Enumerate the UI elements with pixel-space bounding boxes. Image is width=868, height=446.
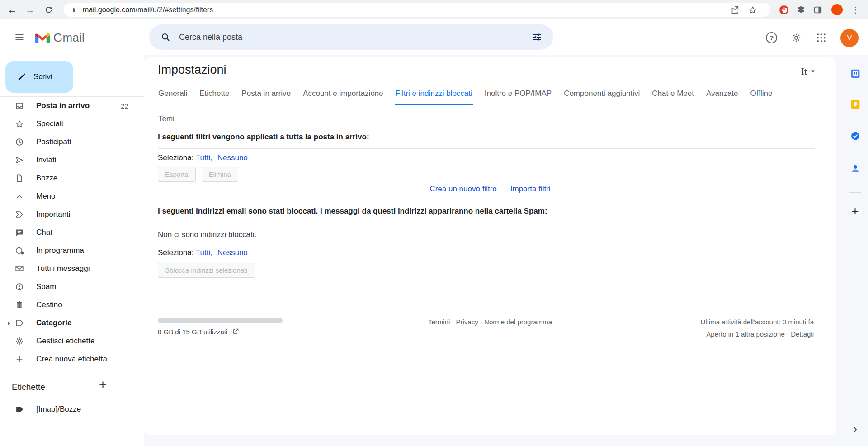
tab-temi[interactable]: Temi <box>158 112 175 129</box>
sidebar-item-speciali[interactable]: Speciali <box>0 115 144 133</box>
tab-avanzate[interactable]: Avanzate <box>706 86 739 105</box>
share-icon[interactable] <box>730 5 740 15</box>
trash-icon <box>14 300 24 310</box>
search-bar <box>149 24 553 50</box>
create-filter-link[interactable]: Crea un nuovo filtro <box>429 185 496 194</box>
sidebar-item-bozze[interactable]: Bozze <box>0 169 144 187</box>
help-icon[interactable]: ? <box>766 32 777 43</box>
compose-label: Scrivi <box>33 72 52 81</box>
export-filters-button[interactable]: Esporta <box>158 167 196 182</box>
star-icon <box>14 119 24 129</box>
sidebar-item-inviati[interactable]: Inviati <box>0 151 144 169</box>
plus-icon <box>14 354 24 364</box>
tab-generali[interactable]: Generali <box>158 86 188 105</box>
all-mail-envelope-icon <box>14 264 24 274</box>
input-tools-icon: It <box>801 66 807 77</box>
tab-posta-in-arrivo[interactable]: Posta in arrivo <box>241 86 291 105</box>
sidebar-item-meno[interactable]: Meno <box>0 187 144 205</box>
sidebar-item-chat[interactable]: Chat <box>0 223 144 242</box>
draft-file-icon <box>14 173 24 183</box>
sidebar-label-imap-bozze[interactable]: [Imap]/Bozze <box>0 400 144 418</box>
sidebar-item-categorie[interactable]: Categorie <box>0 314 144 332</box>
adblock-extension-icon[interactable] <box>778 5 789 15</box>
extensions-puzzle-icon[interactable] <box>796 5 806 15</box>
tab-account-e-importazione[interactable]: Account e importazione <box>302 86 384 105</box>
browser-menu-button[interactable]: ⋮ <box>851 0 859 19</box>
tab-componenti-aggiuntivi[interactable]: Componenti aggiuntivi <box>563 86 640 105</box>
tab-inoltro-e-pop-imap[interactable]: Inoltro e POP/IMAP <box>484 86 552 105</box>
sidebar-item-posta-in-arrivo[interactable]: Posta in arrivo 22 <box>0 97 144 115</box>
no-blocked-addresses-text: Non ci sono indirizzi bloccati. <box>158 230 256 239</box>
gmail-logo-icon[interactable] <box>35 32 50 43</box>
sidebar-item-crea-nuova-etichetta[interactable]: Crea nuova etichetta <box>0 350 144 368</box>
main-content-area: Impostazioni It Generali Etichette Posta… <box>144 55 842 446</box>
spam-alert-icon <box>14 282 24 292</box>
expand-side-panel-chevron[interactable]: › <box>842 422 868 436</box>
settings-gear-icon[interactable] <box>791 32 802 43</box>
clock-icon <box>14 137 24 147</box>
calendar-app-button[interactable]: 31 <box>849 68 861 79</box>
sidebar-item-posticipati[interactable]: Posticipati <box>0 133 144 151</box>
tab-offline[interactable]: Offline <box>750 86 773 105</box>
select-none-blocked-link[interactable]: Nessuno <box>217 248 248 257</box>
keep-app-button[interactable] <box>849 99 861 110</box>
labels-section-title: Etichette <box>12 382 45 392</box>
google-side-panel: 31 + › <box>842 55 868 446</box>
create-label-button[interactable]: + <box>99 378 107 393</box>
open-locations-text[interactable]: Aperto in 1 altra posizione · Dettagli <box>701 328 814 340</box>
label-filled-icon <box>14 404 24 414</box>
browser-chrome: ← → mail.google.com/mail/u/2/#settings/f… <box>0 0 868 19</box>
chevron-up-icon <box>14 191 24 201</box>
get-add-ons-button[interactable]: + <box>842 204 868 218</box>
select-all-filters-link[interactable]: Tutti <box>196 153 210 162</box>
sidebar-item-gestisci-etichette[interactable]: Gestisci etichette <box>0 332 144 350</box>
browser-profile-avatar[interactable] <box>831 4 843 15</box>
tab-chat-e-meet[interactable]: Chat e Meet <box>651 86 694 105</box>
unread-count: 22 <box>121 102 128 110</box>
tab-filtri-e-indirizzi-bloccati[interactable]: Filtri e indirizzi bloccati <box>395 86 473 105</box>
open-in-new-icon[interactable] <box>231 327 240 336</box>
sidebar-nav: Posta in arrivo 22 Speciali Posticipati … <box>0 96 144 368</box>
browser-forward-button[interactable]: → <box>23 0 38 19</box>
manage-labels-gear-icon <box>14 336 24 346</box>
google-apps-grid-icon[interactable] <box>816 32 827 43</box>
import-filters-link[interactable]: Importa filtri <box>510 185 551 194</box>
delete-filters-button[interactable]: Elimina <box>202 167 238 182</box>
last-activity-text: Ultima attività dell'account: 0 minuti f… <box>701 316 814 328</box>
unblock-selected-button[interactable]: Sblocca indirizzi selezionati <box>158 263 255 278</box>
inbox-icon <box>14 101 24 111</box>
bookmark-star-icon[interactable] <box>748 5 758 15</box>
send-icon <box>14 155 24 165</box>
tasks-app-button[interactable] <box>849 130 861 142</box>
url-text: mail.google.com/mail/u/2/#settings/filte… <box>83 6 213 14</box>
keep-icon <box>849 99 861 110</box>
browser-reload-button[interactable] <box>41 0 56 19</box>
contacts-app-button[interactable] <box>849 163 861 174</box>
pencil-icon <box>16 72 27 82</box>
account-avatar[interactable]: V <box>840 29 859 47</box>
browser-back-button[interactable]: ← <box>5 0 20 19</box>
search-options-tune-icon[interactable] <box>532 32 542 43</box>
filters-section-heading: I seguenti filtri vengono applicati a tu… <box>158 133 815 149</box>
sidebar-item-spam[interactable]: Spam <box>0 278 144 296</box>
sidebar-item-tutti-i-messaggi[interactable]: Tutti i messaggi <box>0 260 144 278</box>
url-bar[interactable]: mail.google.com/mail/u/2/#settings/filte… <box>64 3 770 17</box>
select-all-blocked-link[interactable]: Tutti <box>196 248 210 257</box>
select-none-filters-link[interactable]: Nessuno <box>217 153 248 162</box>
sidebar-item-cestino[interactable]: Cestino <box>0 296 144 314</box>
tab-etichette[interactable]: Etichette <box>199 86 230 105</box>
sidebar: Scrivi Posta in arrivo 22 Speciali Posti… <box>0 55 144 446</box>
sidebar-item-in-programma[interactable]: In programma <box>0 242 144 260</box>
expand-triangle-icon[interactable] <box>7 321 12 326</box>
sidebar-item-importanti[interactable]: Importanti <box>0 205 144 223</box>
side-panel-toggle-icon[interactable] <box>813 5 823 15</box>
search-input[interactable] <box>149 24 553 50</box>
filters-select-row: Seleziona: Tutti, Nessuno <box>158 153 248 162</box>
storage-usage-text: 0 GB di 15 GB utilizzati <box>158 328 227 336</box>
gmail-settings-screen: ← → mail.google.com/mail/u/2/#settings/f… <box>0 0 868 446</box>
compose-button[interactable]: Scrivi <box>5 61 73 93</box>
side-panel-divider <box>849 192 861 193</box>
input-tools-button[interactable]: It <box>801 66 816 77</box>
contacts-icon <box>849 163 861 174</box>
main-menu-hamburger-icon[interactable] <box>14 32 25 43</box>
